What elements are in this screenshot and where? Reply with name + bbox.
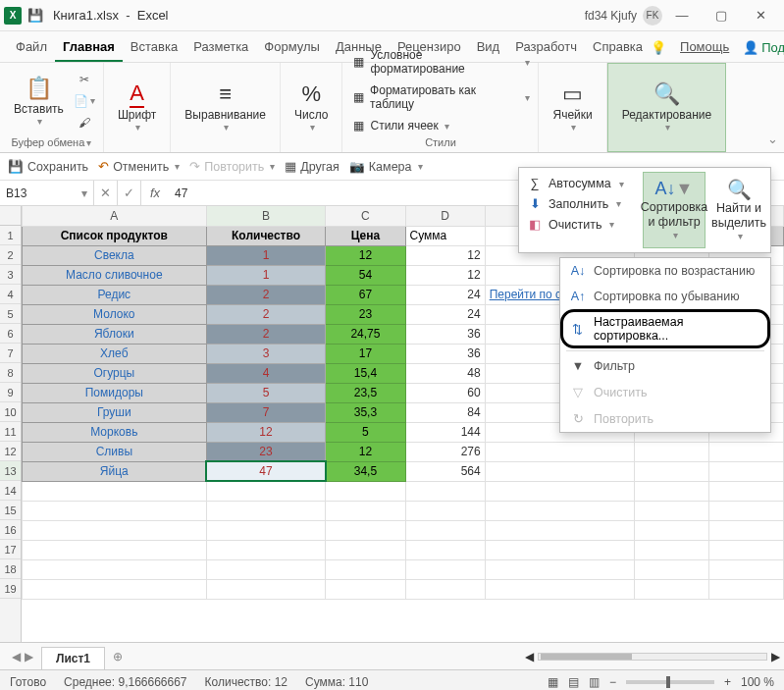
clear-button[interactable]: ◧Очистить bbox=[523, 214, 637, 235]
cells-button[interactable]: ▭Ячейки bbox=[547, 75, 598, 139]
add-sheet-button[interactable]: ⊕ bbox=[113, 650, 123, 663]
conditional-formatting-button[interactable]: ▦Условное форматирование bbox=[350, 46, 530, 78]
view-break-button[interactable]: ▥ bbox=[589, 675, 600, 689]
search-icon: 🔍 bbox=[653, 80, 680, 108]
table-row[interactable] bbox=[23, 520, 784, 540]
group-font: AШрифт bbox=[104, 63, 171, 152]
alignment-button[interactable]: ≡Выравнивание bbox=[179, 75, 272, 139]
zoom-level[interactable]: 100 % bbox=[741, 675, 774, 689]
maximize-button[interactable]: ▢ bbox=[702, 1, 741, 30]
next-sheet-button[interactable]: ▶ bbox=[25, 650, 33, 663]
editing-button[interactable]: 🔍Редактирование bbox=[616, 75, 717, 139]
paste-button[interactable]: 📋Вставить bbox=[8, 69, 70, 133]
qat-redo: ↷ Повторить bbox=[189, 159, 275, 174]
tab-layout[interactable]: Разметка bbox=[185, 33, 256, 62]
share-button[interactable]: 👤Поделиться bbox=[743, 40, 784, 55]
zoom-in-button[interactable]: + bbox=[724, 675, 731, 689]
zoom-out-button[interactable]: − bbox=[609, 675, 616, 689]
tab-file[interactable]: Файл bbox=[8, 33, 55, 62]
autosum-button[interactable]: ∑Автосумма bbox=[523, 174, 637, 193]
user-account[interactable]: fd34 Kjufy FK bbox=[585, 6, 662, 26]
status-ready: Готово bbox=[10, 675, 46, 689]
cell-styles-button[interactable]: ▦Стили ячеек bbox=[350, 117, 448, 134]
view-normal-button[interactable]: ▦ bbox=[548, 675, 558, 689]
qat-other[interactable]: ▦ Другая bbox=[285, 159, 340, 174]
help-button[interactable]: Помощь bbox=[672, 33, 737, 62]
table-row[interactable]: Яйца4734,5564 bbox=[23, 461, 784, 481]
group-clipboard-label: Буфер обмена bbox=[12, 134, 92, 148]
status-average: Среднее: 9,166666667 bbox=[64, 675, 186, 689]
tab-home[interactable]: Главная bbox=[55, 33, 123, 62]
cancel-formula-button[interactable]: ✕ bbox=[94, 181, 118, 205]
sort-desc-icon: A↑ bbox=[570, 290, 586, 303]
minimize-button[interactable]: — bbox=[662, 1, 702, 30]
table-row[interactable] bbox=[23, 559, 784, 579]
lightbulb-icon[interactable]: 💡 bbox=[651, 40, 666, 55]
table-row[interactable] bbox=[23, 501, 784, 520]
clipboard-icon: 📋 bbox=[26, 75, 52, 102]
tab-formulas[interactable]: Формулы bbox=[256, 33, 328, 62]
editing-dropdown-pane: ∑Автосумма ⬇Заполнить ◧Очистить А↓▼ Сорт… bbox=[518, 167, 771, 253]
sort-filter-button[interactable]: А↓▼ Сортировка и фильтр bbox=[643, 172, 706, 248]
custom-sort-icon: ⇅ bbox=[570, 322, 586, 337]
status-sum: Сумма: 110 bbox=[305, 675, 368, 689]
group-styles-label: Стили bbox=[425, 134, 456, 148]
format-painter-button[interactable]: 🖌 bbox=[74, 113, 95, 133]
qat-undo[interactable]: ↶ Отменить bbox=[98, 159, 180, 174]
custom-sort-item[interactable]: ⇅Настраиваемая сортировка... bbox=[560, 309, 770, 348]
qat-save[interactable]: 💾 Сохранить bbox=[8, 159, 88, 174]
avatar: FK bbox=[643, 6, 662, 26]
sort-asc-icon: A↓ bbox=[570, 264, 586, 278]
fill-button[interactable]: ⬇Заполнить bbox=[523, 193, 637, 214]
tab-insert[interactable]: Вставка bbox=[123, 33, 185, 62]
save-icon[interactable]: 💾 bbox=[27, 8, 43, 23]
horizontal-scrollbar[interactable]: ◀▶ bbox=[525, 651, 780, 663]
name-box[interactable]: B13▾ bbox=[0, 181, 94, 205]
find-select-button[interactable]: 🔍 Найти и выделить bbox=[707, 168, 770, 252]
fill-down-icon: ⬇ bbox=[527, 196, 543, 211]
align-icon: ≡ bbox=[219, 80, 232, 108]
row-headers[interactable]: 123456789101112 13141516171819 bbox=[0, 206, 22, 642]
group-editing: 🔍Редактирование bbox=[607, 63, 726, 152]
share-icon: 👤 bbox=[743, 40, 758, 55]
eraser-icon: ◧ bbox=[527, 217, 543, 232]
table-row[interactable] bbox=[23, 540, 784, 559]
sort-submenu: A↓Сортировка по возрастанию A↑Сортировка… bbox=[559, 257, 771, 433]
group-clipboard: 📋Вставить ✂ 📄 🖌 Буфер обмена bbox=[0, 63, 104, 152]
clear-filter-item: ▽Очистить bbox=[560, 379, 770, 405]
status-count: Количество: 12 bbox=[205, 675, 287, 689]
font-icon: A bbox=[130, 80, 144, 108]
sort-ascending-item[interactable]: A↓Сортировка по возрастанию bbox=[560, 258, 770, 284]
number-button[interactable]: %Число bbox=[288, 75, 335, 139]
table-row[interactable]: Сливы2312276 bbox=[23, 442, 784, 461]
fx-icon[interactable]: fx bbox=[141, 186, 169, 200]
copy-button[interactable]: 📄 bbox=[74, 91, 95, 111]
funnel-icon: ▼ bbox=[570, 359, 586, 373]
qat-camera[interactable]: 📷 Камера bbox=[349, 159, 423, 174]
table-row[interactable] bbox=[23, 481, 784, 501]
table-row[interactable] bbox=[23, 579, 784, 599]
format-as-table-button[interactable]: ▦Форматировать как таблицу bbox=[350, 81, 530, 113]
group-alignment: ≡Выравнивание bbox=[171, 63, 281, 152]
title-bar: X 💾 Книга1.xlsx - Excel fd34 Kjufy FK — … bbox=[0, 0, 784, 31]
status-bar: Готово Среднее: 9,166666667 Количество: … bbox=[0, 669, 784, 690]
zoom-slider[interactable] bbox=[626, 680, 714, 684]
table-icon: ▦ bbox=[350, 90, 366, 104]
confirm-formula-button[interactable]: ✓ bbox=[118, 181, 141, 205]
group-number: %Число bbox=[281, 63, 343, 152]
sort-filter-icon: А↓▼ bbox=[655, 179, 694, 200]
font-button[interactable]: AШрифт bbox=[112, 75, 162, 139]
group-cells: ▭Ячейки bbox=[539, 63, 606, 152]
filter-item[interactable]: ▼Фильтр bbox=[560, 353, 770, 379]
close-button[interactable]: ✕ bbox=[741, 1, 780, 30]
prev-sheet-button[interactable]: ◀ bbox=[12, 650, 21, 663]
view-page-button[interactable]: ▤ bbox=[568, 675, 579, 689]
cut-button[interactable]: ✂ bbox=[74, 70, 95, 89]
collapse-ribbon-button[interactable]: ⌄ bbox=[767, 132, 778, 146]
sort-descending-item[interactable]: A↑Сортировка по убыванию bbox=[560, 284, 770, 309]
sheet-tab[interactable]: Лист1 bbox=[41, 647, 105, 669]
sheet-tab-bar: ◀▶ Лист1 ⊕ ◀▶ bbox=[0, 642, 784, 669]
excel-app-icon: X bbox=[4, 7, 22, 25]
clear-filter-icon: ▽ bbox=[570, 385, 586, 399]
tab-help[interactable]: Справка bbox=[585, 33, 651, 62]
